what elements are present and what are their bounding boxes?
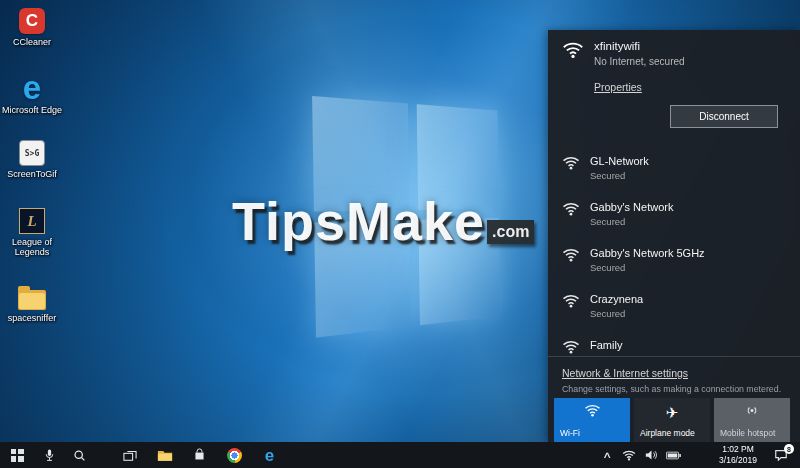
task-view-button[interactable] — [112, 442, 147, 468]
desktop-icon-ccleaner[interactable]: C CCleaner — [0, 8, 64, 47]
desktop-icon-screentogif[interactable]: S>G ScreenToGif — [0, 140, 64, 179]
wifi-icon — [562, 293, 580, 308]
folder-icon — [18, 290, 46, 310]
wifi-icon — [562, 155, 580, 170]
wifi-quick-action[interactable]: Wi-Fi — [554, 398, 630, 442]
network-status: Secured — [590, 262, 705, 273]
desktop-icon-label: spacesniffer — [8, 313, 56, 323]
desktop-icon-label: ScreenToGif — [7, 169, 57, 179]
wifi-icon — [562, 247, 580, 262]
network-item[interactable]: Gabby's Network 5GHz Secured — [548, 240, 800, 286]
edge-button[interactable]: e — [252, 442, 287, 468]
network-item[interactable]: Family — [548, 332, 800, 356]
chrome-button[interactable] — [217, 442, 252, 468]
disconnect-button[interactable]: Disconnect — [670, 105, 778, 128]
tray-battery-button[interactable] — [662, 442, 684, 468]
quick-action-label: Mobile hotspot — [720, 429, 775, 439]
file-explorer-icon — [157, 449, 173, 462]
store-icon — [193, 448, 206, 462]
wifi-icon — [562, 201, 580, 216]
start-button[interactable] — [0, 442, 34, 468]
action-center-button[interactable]: 8 — [766, 442, 796, 468]
network-status: Secured — [590, 308, 643, 319]
connected-status: No Internet, secured — [594, 56, 685, 67]
quick-action-label: Wi-Fi — [560, 429, 580, 439]
network-item[interactable]: Gabby's Network Secured — [548, 194, 800, 240]
hidden-icons-caret: ∧ — [602, 450, 612, 460]
network-list: GL-Network Secured Gabby's Network Secur… — [548, 148, 800, 356]
taskbar: e ∧ 1:02 PM 3/16/2019 8 — [0, 442, 800, 468]
edge-icon: e — [23, 74, 41, 102]
system-tray: ∧ 1:02 PM 3/16/2019 8 — [596, 442, 800, 468]
quick-actions: Wi-Fi ✈ Airplane mode Mobile hotspot — [548, 398, 800, 442]
desktop-icon-label: CCleaner — [13, 37, 51, 47]
clock-date: 3/16/2019 — [710, 455, 766, 466]
wifi-flyout-panel: xfinitywifi No Internet, secured Propert… — [548, 30, 800, 442]
connected-ssid: xfinitywifi — [594, 40, 685, 52]
watermark-suffix: .com — [487, 220, 534, 244]
flyout-footer: Network & Internet settings Change setti… — [548, 357, 800, 393]
connected-network-item[interactable]: xfinitywifi No Internet, secured Propert… — [548, 30, 800, 148]
battery-icon — [666, 451, 681, 460]
store-button[interactable] — [182, 442, 217, 468]
settings-hint: Change settings, such as making a connec… — [562, 384, 788, 394]
chrome-icon — [227, 448, 242, 463]
wifi-icon — [562, 339, 580, 354]
watermark-text: TipsMake — [232, 190, 485, 252]
network-item[interactable]: GL-Network Secured — [548, 148, 800, 194]
properties-link[interactable]: Properties — [594, 81, 642, 93]
screentogif-icon: S>G — [19, 140, 45, 166]
league-of-legends-icon: L — [19, 208, 45, 234]
search-button[interactable] — [64, 442, 94, 468]
desktop-icon-label: League of Legends — [1, 237, 63, 258]
hidden-icons-button[interactable]: ∧ — [596, 442, 618, 468]
task-view-icon — [123, 449, 137, 462]
mobile-hotspot-quick-action[interactable]: Mobile hotspot — [714, 398, 790, 442]
wifi-icon — [584, 403, 601, 442]
network-status: Secured — [590, 216, 673, 227]
desktop-icon-label: Microsoft Edge — [2, 105, 62, 115]
network-settings-link[interactable]: Network & Internet settings — [562, 367, 688, 379]
taskbar-clock[interactable]: 1:02 PM 3/16/2019 — [710, 444, 766, 466]
quick-action-label: Airplane mode — [640, 429, 695, 439]
wifi-icon — [562, 40, 584, 59]
windows-desktop-screen: TipsMake .com C CCleaner e Microsoft Edg… — [0, 0, 800, 468]
airplane-mode-quick-action[interactable]: ✈ Airplane mode — [634, 398, 710, 442]
notification-badge: 8 — [784, 444, 794, 454]
file-explorer-button[interactable] — [147, 442, 182, 468]
search-icon — [73, 449, 86, 462]
ccleaner-icon: C — [19, 8, 45, 34]
desktop-icon-microsoft-edge[interactable]: e Microsoft Edge — [0, 74, 64, 115]
network-ssid: Family — [590, 339, 622, 351]
watermark: TipsMake .com — [232, 190, 534, 252]
tray-volume-button[interactable] — [640, 442, 662, 468]
desktop-icon-league-of-legends[interactable]: L League of Legends — [0, 208, 64, 258]
windows-start-icon — [11, 449, 24, 462]
network-status: Secured — [590, 170, 649, 181]
network-ssid: Gabby's Network 5GHz — [590, 247, 705, 259]
desktop-icon-spacesniffer[interactable]: spacesniffer — [0, 284, 64, 323]
tray-network-button[interactable] — [618, 442, 640, 468]
wifi-icon — [622, 449, 636, 461]
microphone-icon — [43, 448, 56, 463]
network-item[interactable]: Crazynena Secured — [548, 286, 800, 332]
network-ssid: Gabby's Network — [590, 201, 673, 213]
edge-icon: e — [265, 447, 274, 464]
network-ssid: Crazynena — [590, 293, 643, 305]
volume-icon — [645, 449, 658, 461]
clock-time: 1:02 PM — [710, 444, 766, 455]
network-ssid: GL-Network — [590, 155, 649, 167]
microphone-button[interactable] — [34, 442, 64, 468]
